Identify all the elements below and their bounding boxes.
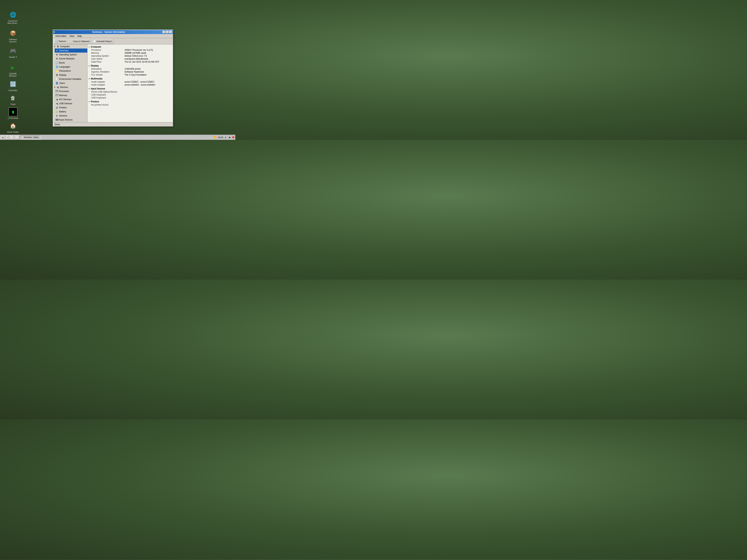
toolbar: 🔄 Refresh 📋 Copy to Clipboard 📄 Generate… — [53, 38, 173, 45]
sidebar-label-memory: Memory — [59, 94, 67, 97]
sidebar-item-users[interactable]: 👤 Users — [55, 81, 87, 85]
info-value: 458MB (167MB used) — [125, 52, 171, 54]
desktop-icon-lxterminal[interactable]: ▮ LXTerminal — [5, 107, 20, 119]
sidebar-label-sensors: Sensors — [59, 114, 67, 117]
taskbar-square-btn1[interactable]: ⬜ — [9, 135, 14, 139]
sidebar-item-processor[interactable]: 💾 Processor — [55, 89, 87, 93]
status-text: Done. — [55, 123, 60, 126]
close-button[interactable]: ✕ — [169, 31, 172, 33]
sidebar-item-input-devices[interactable]: ⌨ Input Devices — [55, 118, 87, 122]
home-folder-icon: 🏠 — [8, 121, 18, 130]
desktop-icon-software-sources[interactable]: 📦 SoftwareSources — [5, 29, 20, 43]
table-row: USB Keyboard — [88, 93, 172, 96]
table-row: Resolution 1440x900 pixels — [88, 68, 172, 70]
printers-section-arrow: ▼ — [88, 101, 90, 103]
taskbar-right: 📶 10:45 🔊 ⏏ 🔴 — [214, 136, 235, 138]
sidebar-item-kernel-modules[interactable]: ⚙ Kernel Modules — [55, 57, 87, 61]
sidebar-label-processor: Processor — [59, 90, 69, 92]
info-key: No printers found — [91, 104, 125, 106]
desktop-icon-trash[interactable]: 🗑 Trash — [5, 94, 20, 105]
menu-view[interactable]: View — [68, 34, 76, 38]
sidebar-label-printers: Printers — [59, 106, 67, 109]
sidebar-item-pci-devices[interactable]: 🔌 PCI Devices — [55, 98, 87, 102]
section-computer: ▼ Computer Processor ARMv7 Processor rev… — [88, 45, 172, 63]
system-information-window: ℹ Summary - System Information _ □ ✕ Inf… — [53, 30, 173, 127]
desktop-icon-quake3[interactable]: 🎮 Quake 3 — [5, 46, 20, 58]
info-value: 1440x900 pixels — [125, 68, 171, 70]
window-title-icon: ℹ — [54, 31, 55, 33]
copy-to-clipboard-button[interactable]: 📋 Copy to Clipboard — [68, 39, 91, 44]
sidebar-item-sensors[interactable]: 🌡 Sensors — [55, 114, 87, 118]
table-row: Audio Adapter sunxi-CODEC - sunxi-CODEC — [88, 80, 172, 83]
sidebar-label-devices: Devices — [60, 86, 68, 88]
computer-icon: 🖥 — [56, 45, 59, 48]
refresh-button[interactable]: 🔄 Refresh — [54, 39, 68, 44]
sidebar-item-printers[interactable]: 🖨 Printers — [55, 106, 87, 110]
generate-report-button[interactable]: 📄 Generate Report — [92, 39, 113, 44]
info-value: The X.Org Foundation — [125, 74, 171, 76]
info-value: sunxi-sndhdmi - sunxi-sndhdmi — [125, 83, 171, 86]
maximize-button[interactable]: □ — [166, 31, 169, 33]
sidebar-item-filesystems[interactable]: 📁 Filesystems — [55, 69, 87, 73]
info-value — [125, 90, 171, 93]
input-devices-icon: ⌨ — [55, 118, 58, 121]
taskbar-window-btn[interactable]: 📋 Summary - Syste... — [20, 135, 41, 139]
computer-section-arrow: ▼ — [88, 46, 90, 48]
sensors-icon: 🌡 — [55, 114, 58, 117]
minimize-button[interactable]: _ — [162, 31, 165, 33]
taskbar-system-btn[interactable]: ▲ — [1, 135, 5, 139]
languages-icon: 🌐 — [55, 65, 58, 68]
sidebar-item-storage[interactable]: 💽 Storage — [55, 122, 87, 122]
refresh-icon: 🔄 — [56, 40, 58, 43]
display-section-arrow: ▼ — [88, 65, 90, 67]
info-value — [125, 97, 171, 99]
desktop-icon-calculator[interactable]: 🔢 Calculator — [5, 80, 20, 91]
sidebar-item-summary[interactable]: ℹ Summary — [55, 49, 87, 53]
usb-icon: 🔌 — [55, 102, 58, 105]
sidebar-item-languages[interactable]: 🌐 Languages — [55, 65, 87, 69]
desktop-icon-home-folder[interactable]: 🏠 Home Folder — [5, 121, 20, 133]
taskbar-window-label: Summary - Syste... — [24, 136, 40, 138]
menu-information[interactable]: Information — [54, 34, 68, 38]
eject-icon: ⏏ — [229, 136, 230, 138]
desktop-icon-chromium[interactable]: 🌐 ChromiumWeb Brow... — [5, 10, 20, 24]
sidebar-label-users: Users — [59, 82, 65, 84]
gnome-mplayer-icon: ▶ — [8, 63, 18, 72]
sidebar-label-input: Input Devices — [59, 118, 73, 121]
sidebar-label-languages: Languages — [59, 65, 70, 68]
section-computer-label: Computer — [91, 46, 101, 48]
sidebar-item-computer[interactable]: ▼ 🖥 Computer — [53, 45, 87, 49]
sidebar-item-display[interactable]: 🖥 Display — [55, 73, 87, 77]
chromium-icon: 🌐 — [8, 10, 18, 19]
info-key: User Name — [91, 58, 125, 60]
sidebar-label-boots: Boots — [59, 61, 65, 64]
main-panel: ▼ Computer Processor ARMv7 Processor rev… — [87, 45, 173, 122]
table-row: Processor ARMv7 Processor rev 4 (v7l) — [88, 49, 172, 52]
sidebar-label-os: Operating System — [59, 53, 77, 56]
devices-icon: 🔌 — [56, 86, 59, 89]
sidebar-item-devices[interactable]: ▼ 🔌 Devices — [53, 85, 87, 89]
multimedia-section-arrow: ▼ — [88, 78, 90, 80]
section-input-devices: ▼ Input Devices PixArt USB Optical Mouse… — [88, 87, 172, 99]
network-icon: 📶 — [214, 136, 216, 138]
quake3-icon: 🎮 — [8, 46, 18, 55]
sidebar-item-battery[interactable]: 🔋 Battery — [55, 110, 87, 114]
desktop-icon-gnome-mplayer[interactable]: ▶ GNOMEMPlayer — [5, 63, 20, 77]
sidebar-item-memory[interactable]: 💾 Memory — [55, 93, 87, 98]
info-key: USB Keyboard — [91, 97, 125, 99]
info-value: ARMv7 Processor rev 4 (v7l) — [125, 49, 171, 51]
sidebar-item-operating-system[interactable]: ⚙ Operating System — [55, 53, 87, 57]
os-icon: ⚙ — [55, 53, 58, 56]
sidebar-item-usb-devices[interactable]: 🔌 USB Devices — [55, 102, 87, 106]
section-multimedia: ▼ Multimedia Audio Adapter sunxi-CODEC -… — [88, 77, 172, 86]
taskbar-download-btn[interactable]: ↓ — [5, 135, 9, 139]
sidebar-item-environment-variables[interactable]: 📝 Environment Variables — [55, 77, 87, 81]
menu-help[interactable]: Help — [76, 34, 83, 38]
env-vars-icon: 📝 — [55, 78, 58, 81]
info-key: Audio Adapter — [91, 81, 125, 83]
info-key: X11 Vendor — [91, 74, 125, 76]
sidebar-item-boots[interactable]: 🔄 Boots — [55, 61, 87, 65]
summary-icon: ℹ — [55, 49, 58, 52]
taskbar-square-btn2[interactable]: ⬜ — [15, 135, 20, 139]
content-area: ▼ 🖥 Computer ℹ Summary ⚙ Operating Syste… — [53, 45, 173, 122]
